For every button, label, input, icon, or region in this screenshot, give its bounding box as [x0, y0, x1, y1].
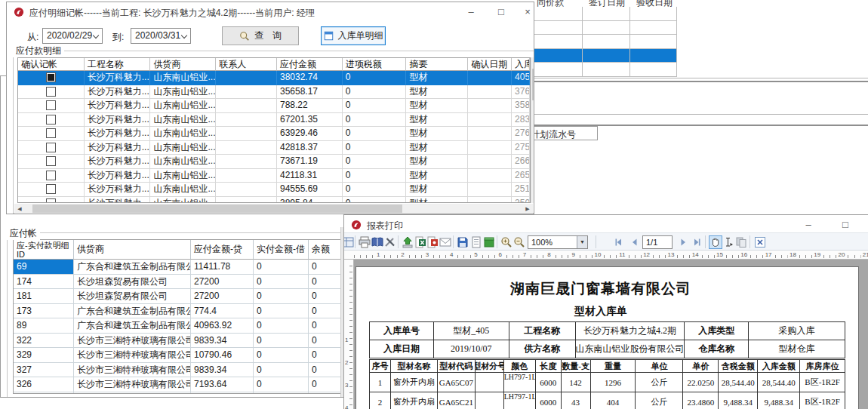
- chevron-down-icon[interactable]: ▼: [577, 236, 587, 248]
- vertical-scrollbar[interactable]: ▲ ▼: [531, 57, 534, 203]
- zoom-out-icon[interactable]: [512, 235, 526, 249]
- table-row[interactable]: 长沙万科魅力...山东南山铝业...788.220型材358: [18, 99, 530, 113]
- page-number-input[interactable]: 1/1: [642, 235, 673, 249]
- column-header[interactable]: 余额: [309, 240, 342, 260]
- scrollbar-thumb[interactable]: [32, 204, 402, 213]
- column-header[interactable]: 实付金额-借: [254, 240, 309, 260]
- table-row[interactable]: [531, 63, 677, 77]
- table-row[interactable]: 322长沙市三湘特种玻璃有限公司9839.3400: [14, 334, 342, 349]
- confirm-checkbox[interactable]: [46, 128, 56, 138]
- window-partial-icon[interactable]: [344, 235, 358, 249]
- cell-id[interactable]: 174: [14, 275, 74, 290]
- cell-id[interactable]: 89: [14, 318, 74, 334]
- confirm-checkbox[interactable]: [46, 115, 56, 125]
- next-page-icon[interactable]: [676, 235, 690, 249]
- table-row[interactable]: 329长沙市三湘特种玻璃有限公司10790.4600: [14, 348, 342, 363]
- table-row[interactable]: 长沙市三湘特种玻璃有限公司: [14, 392, 342, 395]
- table-row[interactable]: 长沙万科魅力...山东南山铝业...35658.170型材376: [18, 85, 530, 100]
- detail-titlebar[interactable]: 应付明细记帐------当前工程: 长沙万科魅力之城4.2期------当前用户…: [7, 2, 534, 22]
- flow-number-field[interactable]: 计划流水号: [528, 126, 598, 140]
- checkbox-cell[interactable]: [18, 155, 85, 169]
- print-icon[interactable]: [358, 235, 371, 249]
- to-date-combo[interactable]: 2020/03/31: [131, 28, 191, 44]
- table-row[interactable]: 89广东合和建筑五金制品有限公司40963.9200: [14, 318, 342, 334]
- maximize-button[interactable]: □: [835, 215, 856, 234]
- column-header[interactable]: 摘要: [406, 58, 468, 71]
- confirm-checkbox[interactable]: [46, 156, 56, 166]
- confirm-checkbox[interactable]: [46, 171, 56, 180]
- table-row[interactable]: 327长沙市三湘特种玻璃有限公司9839.3400: [14, 363, 342, 378]
- first-page-icon[interactable]: [612, 235, 626, 249]
- checkbox-cell[interactable]: [18, 99, 85, 113]
- cell-id[interactable]: 69: [14, 260, 74, 275]
- close-button[interactable]: ×: [517, 2, 534, 21]
- inbound-detail-button[interactable]: 入库单明细: [321, 26, 386, 45]
- table-row[interactable]: 69广东合和建筑五金制品有限公司11411.7800: [14, 260, 342, 275]
- column-header-sign-date[interactable]: 签订日期: [583, 0, 630, 7]
- checkbox-cell[interactable]: [18, 183, 85, 197]
- column-header[interactable]: 进项税额: [343, 58, 407, 71]
- column-header[interactable]: 联系人: [216, 58, 277, 71]
- scroll-up-icon[interactable]: ▲: [531, 57, 534, 68]
- column-header[interactable]: 确认记帐: [18, 58, 85, 71]
- cell-id[interactable]: 322: [14, 334, 74, 349]
- close-report-icon[interactable]: [753, 235, 767, 249]
- table-row[interactable]: 长沙万科魅力...山东南山铝业...38032.740型材405: [18, 71, 530, 85]
- column-header[interactable]: 入库: [512, 58, 530, 71]
- cell-id[interactable]: 327: [14, 363, 74, 378]
- last-page-icon[interactable]: [690, 235, 703, 249]
- cell-id[interactable]: 326: [14, 377, 74, 392]
- checkbox-cell[interactable]: [18, 85, 85, 100]
- confirm-checkbox[interactable]: [46, 100, 56, 110]
- minimize-button[interactable]: –: [460, 2, 482, 21]
- confirm-checkbox[interactable]: [46, 72, 56, 82]
- table-row[interactable]: [531, 21, 677, 35]
- hand-icon[interactable]: [709, 235, 722, 249]
- from-date-combo[interactable]: 2020/02/29: [42, 28, 103, 44]
- column-header-accept-date[interactable]: 验收日期: [630, 0, 677, 7]
- save-icon[interactable]: [456, 235, 469, 249]
- column-header[interactable]: 工程名称: [85, 58, 151, 71]
- maximize-button[interactable]: □: [491, 2, 512, 21]
- scrollbar-thumb[interactable]: [532, 69, 534, 100]
- table-row[interactable]: 长沙万科魅力...山东南山铝业...42818.370型材275: [18, 141, 530, 155]
- report-preview-area[interactable]: 湖南巨晟门窗幕墙有限公司 型材入库单 入库单号型材_405工程名称长沙万科魅力之…: [354, 260, 868, 409]
- checkbox-cell[interactable]: [18, 169, 85, 183]
- cell-id[interactable]: 173: [14, 304, 74, 319]
- table-row[interactable]: 长沙万科魅力...山东南山铝业...67201.350型材283: [18, 113, 530, 128]
- scroll-right-icon[interactable]: ▶: [522, 204, 533, 214]
- cell-id[interactable]: 181: [14, 289, 74, 304]
- column-header[interactable]: 供货商: [150, 58, 216, 71]
- scroll-down-icon[interactable]: ▼: [531, 192, 534, 203]
- horizontal-scrollbar[interactable]: ◀ ▶: [14, 204, 533, 214]
- pdf-icon[interactable]: [426, 235, 439, 249]
- package-icon[interactable]: [482, 235, 496, 249]
- checkbox-cell[interactable]: [18, 127, 85, 141]
- text-select-icon[interactable]: [722, 235, 735, 249]
- confirm-checkbox[interactable]: [46, 87, 56, 97]
- confirm-checkbox[interactable]: [46, 143, 56, 152]
- cell-id[interactable]: [14, 392, 74, 395]
- minimize-button[interactable]: –: [798, 215, 819, 234]
- table-row[interactable]: 173广东合和建筑五金制品有限公司774.400: [14, 304, 342, 319]
- table-row[interactable]: [531, 7, 677, 21]
- column-header[interactable]: 供货商: [74, 240, 191, 260]
- checkbox-cell[interactable]: [18, 141, 85, 155]
- checkbox-cell[interactable]: [18, 113, 85, 128]
- table-row[interactable]: [531, 35, 677, 49]
- table-row[interactable]: 181长沙坦森贸易有限公司2720000: [14, 289, 342, 304]
- checkbox-cell[interactable]: [18, 197, 85, 204]
- prev-page-icon[interactable]: [628, 235, 642, 249]
- column-header[interactable]: 应-实付款明细ID: [14, 240, 74, 260]
- table-row[interactable]: 长沙万科魅力...山东南山铝业...94555.690型材251: [18, 183, 530, 197]
- mail-icon[interactable]: [439, 235, 452, 249]
- copy-icon[interactable]: [734, 235, 748, 249]
- table-row[interactable]: 长沙万科魅力...山东南山铝业...42118.310型材265: [18, 169, 530, 183]
- confirm-checkbox[interactable]: [46, 184, 56, 194]
- zoom-level-combo[interactable]: 100%▼: [528, 235, 588, 249]
- column-header[interactable]: 应付金额: [277, 58, 343, 71]
- book-icon[interactable]: [371, 235, 384, 249]
- table-row[interactable]: [531, 49, 677, 63]
- document-icon[interactable]: [469, 235, 483, 249]
- tools-icon[interactable]: [383, 235, 397, 249]
